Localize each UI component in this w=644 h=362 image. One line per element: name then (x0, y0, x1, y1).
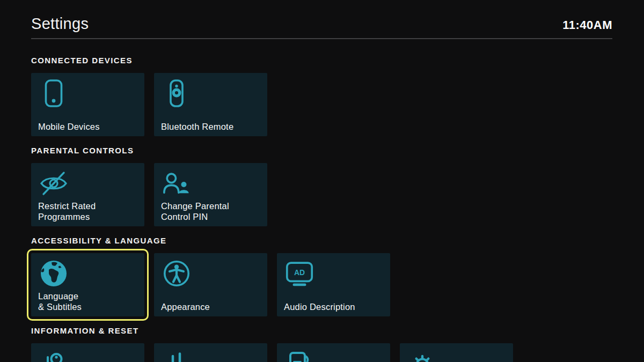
tile-label: Mobile Devices (38, 121, 100, 132)
tile-language-subtitles[interactable]: Language & Subtitles (31, 253, 144, 316)
tile-information-reset-1[interactable] (31, 343, 144, 362)
header-divider (31, 38, 612, 39)
plug-icon (163, 350, 191, 362)
section-row-connected-devices: Mobile Devices Bluetooth Remote (31, 73, 612, 136)
gear-icon (408, 350, 436, 362)
section-row-parental-controls: Restrict Rated Programmes Change Parenta… (31, 163, 612, 226)
tile-information-reset-2[interactable] (154, 343, 267, 362)
note-icon (286, 350, 313, 362)
tile-information-reset-3[interactable] (277, 343, 390, 362)
tile-appearance[interactable]: Appearance (154, 253, 267, 316)
tile-label: Audio Description (284, 301, 355, 312)
settings-page: Settings 11:40AM CONNECTED DEVICES Mobil… (0, 0, 644, 362)
tile-label: Restrict Rated Programmes (38, 201, 96, 222)
eye-slash-icon (40, 169, 68, 197)
audio-description-tv-icon: AD (286, 260, 313, 287)
mobile-phone-icon (40, 79, 68, 107)
tile-mobile-devices[interactable]: Mobile Devices (31, 73, 144, 136)
tile-restrict-rated-programmes[interactable]: Restrict Rated Programmes (31, 163, 144, 226)
section-row-information-reset (31, 343, 612, 362)
people-icon (163, 169, 191, 197)
tile-audio-description[interactable]: AD Audio Description (277, 253, 390, 316)
tile-label: Change Parental Control PIN (161, 201, 229, 222)
page-header: Settings 11:40AM (31, 0, 612, 32)
clock: 11:40AM (562, 19, 612, 31)
section-row-accessibility-language: Language & Subtitles Appearance (31, 253, 612, 316)
tile-bluetooth-remote[interactable]: Bluetooth Remote (154, 73, 267, 136)
ad-badge-text: AD (294, 268, 305, 277)
page-title: Settings (31, 16, 89, 32)
globe-icon (40, 260, 68, 287)
section-title-information-reset: INFORMATION & RESET (31, 326, 612, 335)
tile-label: Language & Subtitles (38, 291, 82, 312)
tile-label: Appearance (161, 301, 210, 312)
key-icon (40, 350, 68, 362)
bluetooth-remote-icon (163, 79, 191, 107)
accessibility-icon (163, 260, 191, 287)
section-title-connected-devices: CONNECTED DEVICES (31, 56, 612, 65)
tile-change-parental-control-pin[interactable]: Change Parental Control PIN (154, 163, 267, 226)
section-title-parental-controls: PARENTAL CONTROLS (31, 146, 612, 155)
tile-label: Bluetooth Remote (161, 121, 233, 132)
section-title-accessibility-language: ACCESSIBILITY & LANGUAGE (31, 236, 612, 245)
tile-information-reset-4[interactable] (400, 343, 513, 362)
